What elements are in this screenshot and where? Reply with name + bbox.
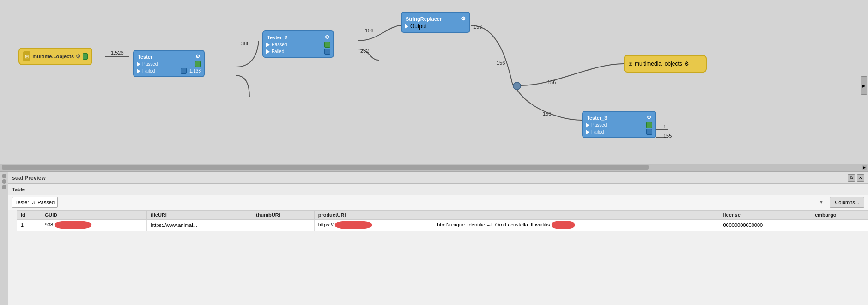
cell-embargo	[811, 220, 868, 231]
cell-thumburi	[252, 220, 315, 231]
guid-redacted-blob	[55, 221, 91, 229]
string-replacer-output-label: Output	[410, 23, 427, 30]
tester2-failed-label: Failed	[272, 49, 322, 54]
source-node[interactable]: ⊞ multime...objects ⚙	[18, 48, 92, 65]
string-replacer-output-triangle	[405, 24, 408, 29]
tester3-failed-port[interactable]	[646, 129, 652, 135]
tester2-gear-icon[interactable]: ⚙	[325, 34, 329, 40]
table-wrapper[interactable]: id GUID fileURI thumbURI productURI lice…	[17, 210, 868, 305]
canvas-scrollbar[interactable]: ▶	[0, 164, 868, 171]
tester2-failed-triangle	[266, 49, 270, 54]
left-sidebar	[0, 172, 8, 305]
tester-gear-icon[interactable]: ⚙	[195, 54, 200, 60]
edge-label-tester3-passed: 1	[663, 124, 666, 129]
col-header-guid: GUID	[41, 211, 146, 220]
bottom-panel: sual Preview ⧉ ✕ Table Tester_3_Passed C…	[0, 171, 868, 305]
dest-node-label: multimedia_objects	[635, 61, 682, 67]
table-header-row: id GUID fileURI thumbURI productURI lice…	[17, 211, 868, 220]
junction-circle	[513, 82, 521, 90]
col-header-producturi-ext	[433, 211, 719, 220]
source-node-label: multime...objects	[32, 54, 74, 59]
string-replacer-node[interactable]: StringReplacer ⚙ Output	[401, 12, 470, 33]
tester2-passed-label: Passed	[272, 42, 322, 47]
cell-fileuri: https://www.animal...	[146, 220, 252, 231]
workflow-canvas[interactable]: 1,526 388 156 232 156 156 156 156 1 155 …	[0, 0, 868, 171]
tester-passed-label: Passed	[142, 61, 193, 67]
tester3-gear-icon[interactable]: ⚙	[647, 115, 651, 121]
dest-gear-icon[interactable]: ⚙	[684, 61, 689, 67]
canvas-scrollbar-right-arrow[interactable]: ▶	[862, 165, 867, 170]
dropdown-row: Tester_3_Passed Columns...	[8, 195, 868, 210]
col-header-id: id	[17, 211, 41, 220]
producturi-end-redacted-blob	[552, 221, 575, 229]
dest-node[interactable]: ⊞ multimedia_objects ⚙	[624, 55, 707, 73]
tester2-failed-port[interactable]	[324, 49, 330, 55]
dest-table-icon: ⊞	[628, 61, 633, 67]
cell-id: 1	[17, 220, 41, 231]
edge-label-tester2-sr: 156	[365, 28, 373, 33]
sidebar-dot-3	[2, 185, 6, 189]
tester-failed-triangle	[137, 69, 140, 73]
col-header-embargo: embargo	[811, 211, 868, 220]
table-source-dropdown[interactable]: Tester_3_Passed	[12, 197, 58, 208]
col-header-fileuri: fileURI	[146, 211, 252, 220]
table-row: 1 938 https://www.animal... https:// htm…	[17, 220, 868, 231]
tester3-passed-triangle	[586, 123, 589, 128]
edge-label-sr-out: 156	[473, 24, 482, 30]
string-replacer-label: StringReplacer	[406, 16, 442, 22]
col-header-license: license	[719, 211, 811, 220]
edge-label-junction-tester3: 156	[543, 111, 551, 116]
tester3-failed-triangle	[586, 130, 589, 134]
edge-label-source-tester: 1,526	[111, 50, 124, 55]
tester-passed-triangle	[137, 62, 140, 67]
data-table: id GUID fileURI thumbURI productURI lice…	[17, 210, 868, 231]
producturi-redacted-blob	[335, 221, 372, 229]
tester2-label: Tester_2	[267, 35, 287, 40]
source-gear-icon[interactable]: ⚙	[76, 53, 81, 60]
cell-producturi-start: https://	[314, 220, 433, 231]
tester3-passed-port[interactable]	[646, 122, 652, 128]
canvas-scrollbar-thumb[interactable]	[2, 165, 649, 170]
sidebar-dot-2	[2, 179, 6, 184]
cell-producturi-end: html?unique_identifier=J_Orn:Locustella_…	[433, 220, 719, 231]
panel-restore-button[interactable]: ⧉	[848, 174, 855, 182]
tester-failed-label: Failed	[142, 68, 179, 73]
panel-close-button[interactable]: ✕	[857, 174, 864, 182]
source-output-port[interactable]	[83, 53, 88, 60]
panel-titlebar: sual Preview ⧉ ✕	[8, 172, 868, 184]
tester2-passed-port[interactable]	[324, 42, 330, 48]
string-replacer-gear-icon[interactable]: ⚙	[461, 16, 466, 22]
tester3-node[interactable]: Tester_3 ⚙ Passed Failed	[582, 111, 656, 138]
col-header-thumburi: thumbURI	[252, 211, 315, 220]
tester-failed-port[interactable]	[181, 68, 187, 74]
tester2-node[interactable]: Tester_2 ⚙ Passed Failed	[262, 30, 334, 58]
tester3-label: Tester_3	[587, 115, 607, 121]
panel-controls: ⧉ ✕	[848, 174, 864, 182]
panel-subtitlebar: Table	[8, 184, 868, 195]
columns-button[interactable]: Columns...	[830, 197, 864, 208]
tester2-passed-triangle	[266, 43, 270, 47]
edge-label-junction-dest: 156	[497, 60, 505, 66]
canvas-right-scroll[interactable]: ▶	[861, 76, 867, 95]
sidebar-dot-1	[2, 174, 6, 178]
tester-failed-count: 1,138	[189, 68, 201, 73]
cell-license: 00000000000000	[719, 220, 811, 231]
tester-passed-port[interactable]	[195, 61, 201, 67]
edge-label-tester2-failed: 232	[360, 48, 369, 54]
edge-label-tester-tester2: 388	[241, 41, 249, 46]
source-table-icon: ⊞	[23, 51, 30, 61]
dropdown-wrapper[interactable]: Tester_3_Passed	[12, 197, 826, 208]
col-header-producturi: productURI	[314, 211, 433, 220]
cell-guid: 938	[41, 220, 146, 231]
panel-title: sual Preview	[12, 175, 46, 181]
tester3-passed-label: Passed	[591, 122, 644, 128]
edge-label-tester3-failed: 155	[663, 133, 672, 139]
tester-node[interactable]: Tester ⚙ Passed Failed 1,138	[133, 50, 205, 77]
edge-label-junction-dest2: 156	[547, 79, 556, 85]
panel-subtitle: Table	[12, 187, 25, 192]
tester3-failed-label: Failed	[591, 129, 644, 134]
tester-label: Tester	[138, 54, 152, 60]
